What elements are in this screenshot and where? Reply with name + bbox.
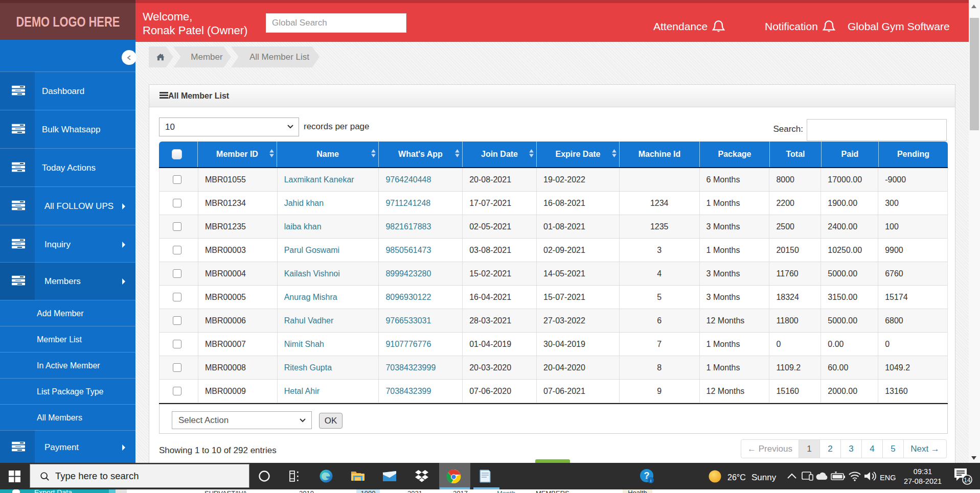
svg-text:i: i	[650, 478, 651, 483]
svg-text:14: 14	[964, 477, 971, 484]
